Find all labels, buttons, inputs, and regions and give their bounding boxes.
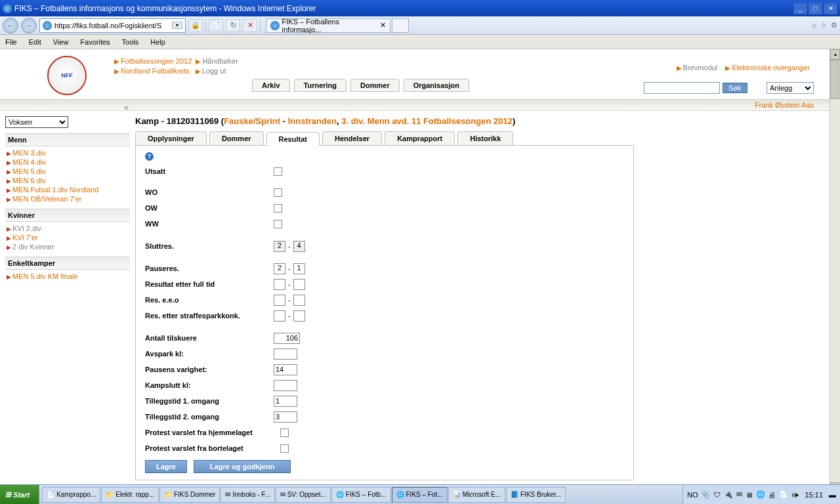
tray-icon[interactable]: 🕪 <box>791 491 799 494</box>
save-approve-button[interactable]: Lagre og godkjenn <box>194 460 291 473</box>
tab-dommer[interactable]: Dommer <box>350 79 400 92</box>
checkbox-utsatt[interactable] <box>274 167 282 176</box>
search-input[interactable] <box>644 82 720 94</box>
fulltid-home[interactable] <box>274 279 285 290</box>
sidebar-item[interactable]: ▶MEN 5.div <box>7 167 130 176</box>
sidebar-item[interactable]: ▶KVI 7'er <box>7 233 130 242</box>
link-sesong[interactable]: Fotballsesongen 2012 <box>121 57 192 65</box>
subtab-resultat[interactable]: Resultat <box>266 132 320 146</box>
link-team2[interactable]: Innstranden <box>288 116 337 126</box>
input-pausevarig[interactable] <box>274 364 297 375</box>
tray-icon[interactable]: 📄 <box>779 490 788 493</box>
link-brevmodul[interactable]: Brevmodul <box>683 64 718 72</box>
show-desktop-button[interactable]: ▬ <box>829 491 836 494</box>
menu-tools[interactable]: Tools <box>122 38 139 46</box>
tab-organisasjon[interactable]: Organisasjon <box>404 79 469 92</box>
subtab-historikk[interactable]: Historikk <box>457 131 513 145</box>
input-avspark[interactable] <box>274 348 297 360</box>
pauseres-away[interactable]: 1 <box>293 263 305 274</box>
link-loggut[interactable]: Logg ut <box>202 67 226 75</box>
tray-icon[interactable]: 🖥 <box>746 491 753 494</box>
help-icon[interactable]: ? <box>145 152 154 161</box>
maximize-button[interactable]: □ <box>808 3 822 14</box>
link-overganger[interactable]: Elektroniske overganger <box>732 64 810 72</box>
link-krets[interactable]: Nordland Fotballkrets <box>121 67 190 75</box>
sidebar-item[interactable]: ▶KVI 2.div <box>7 224 130 233</box>
menu-file[interactable]: File <box>5 38 17 46</box>
address-bar[interactable]: ▾ <box>39 18 186 33</box>
close-tab-icon[interactable]: ✕ <box>380 21 386 30</box>
voksen-select[interactable]: Voksen <box>5 116 68 128</box>
addr-dropdown[interactable]: ▾ <box>172 22 182 29</box>
menu-help[interactable]: Help <box>150 38 165 46</box>
new-tab-button[interactable] <box>392 18 409 33</box>
pauseres-home[interactable]: 2 <box>274 263 285 274</box>
checkbox-ow[interactable] <box>274 204 282 213</box>
compat-icon[interactable]: 📄 <box>209 19 223 32</box>
vertical-scrollbar[interactable]: ▴ ▾ <box>830 49 840 493</box>
sidebar-item[interactable]: ▶MEN 4.div <box>7 158 130 167</box>
taskbar-app-button[interactable]: 📊Microsoft E... <box>448 487 505 494</box>
checkbox-wo[interactable] <box>274 188 282 197</box>
tray-icon[interactable]: 🌐 <box>756 490 765 493</box>
tray-icon[interactable]: ✉ <box>736 490 742 493</box>
forward-button[interactable]: → <box>21 18 37 33</box>
scroll-thumb[interactable] <box>830 60 839 99</box>
taskbar-app-button[interactable]: 📁FIKS Dommer <box>159 487 220 494</box>
taskbar-clock[interactable]: 15:11 <box>802 491 826 494</box>
sidebar-item[interactable]: ▶MEN 5.div KM finale <box>7 272 130 281</box>
subtab-dommer[interactable]: Dommer <box>209 131 264 145</box>
lang-indicator[interactable]: NO <box>687 491 698 494</box>
link-league[interactable]: 3. div. Menn avd. 11 Fotballsesongen 201… <box>341 116 513 126</box>
taskbar-app-button[interactable]: 📄Kamprappo... <box>42 487 100 494</box>
sidebar-item[interactable]: ▶MEN 3.div <box>7 148 130 158</box>
sidebar-item[interactable]: ▶MEN 6.div <box>7 176 130 185</box>
taskbar-app-button[interactable]: 📁Elektr. rapp... <box>101 487 159 494</box>
scroll-up-icon[interactable]: ▴ <box>830 49 840 60</box>
fulltid-away[interactable] <box>293 279 305 290</box>
link-handboker[interactable]: Håndbøker <box>202 57 238 65</box>
input-till1[interactable] <box>274 396 297 407</box>
subtab-kamprapport[interactable]: Kamprapport <box>385 131 455 145</box>
subtab-opplysninger[interactable]: Opplysninger <box>135 131 207 145</box>
tray-icon[interactable]: 🛡 <box>713 491 721 494</box>
taskbar-app-button[interactable]: 🌐FIKS – Fotb... <box>331 487 391 494</box>
anlegg-select[interactable]: Anlegg <box>766 82 814 94</box>
menu-edit[interactable]: Edit <box>29 38 41 46</box>
home-icon[interactable]: ⌂ <box>812 21 816 30</box>
tab-turnering[interactable]: Turnering <box>294 79 347 92</box>
eeo-home[interactable] <box>274 295 285 306</box>
tab-arkiv[interactable]: Arkiv <box>252 79 290 92</box>
sidebar-item[interactable]: ▶MEN Futsal 1.div Nordland <box>7 185 130 194</box>
stop-button[interactable]: ✕ <box>243 19 257 32</box>
tools-icon[interactable]: ⚙ <box>831 21 837 30</box>
taskbar-app-button[interactable]: ✉SV: Oppset... <box>276 487 331 494</box>
refresh-button[interactable]: ↻ <box>226 19 240 32</box>
tray-icon[interactable]: 🔌 <box>724 490 733 493</box>
search-button[interactable]: Søk <box>723 83 747 93</box>
subtab-hendelser[interactable]: Hendelser <box>322 131 382 145</box>
checkbox-protest-away[interactable] <box>280 444 289 453</box>
url-input[interactable] <box>54 22 169 30</box>
checkbox-ww[interactable] <box>274 220 282 228</box>
sidebar-item[interactable]: ▶MEN OB/Veteran 7'er <box>7 194 130 203</box>
taskbar-app-button[interactable]: 🌐FIKS – Fot... <box>392 487 448 494</box>
close-window-button[interactable]: ✕ <box>824 3 837 14</box>
eeo-away[interactable] <box>293 295 305 306</box>
straffe-home[interactable] <box>274 310 285 322</box>
link-team1[interactable]: Fauske/Sprint <box>224 116 280 126</box>
taskbar-app-button[interactable]: 📘FIKS Bruker... <box>506 487 566 494</box>
minimize-button[interactable]: _ <box>793 3 807 14</box>
favorites-icon[interactable]: ☆ <box>820 21 827 30</box>
checkbox-protest-home[interactable] <box>280 429 289 437</box>
collapse-icon[interactable]: « <box>124 103 129 112</box>
taskbar-app-button[interactable]: ✉Innboks - F... <box>220 487 274 494</box>
start-button[interactable]: ⊞ Start <box>0 485 39 493</box>
back-button[interactable]: ← <box>3 18 18 33</box>
input-kampslutt[interactable] <box>274 380 297 391</box>
browser-tab-active[interactable]: FIKS – Fotballens informasjo... ✕ <box>266 18 390 33</box>
input-till2[interactable] <box>274 411 297 423</box>
straffe-away[interactable] <box>293 310 305 322</box>
tray-icon[interactable]: 🖨 <box>768 491 776 494</box>
menu-favorites[interactable]: Favorites <box>80 38 110 46</box>
